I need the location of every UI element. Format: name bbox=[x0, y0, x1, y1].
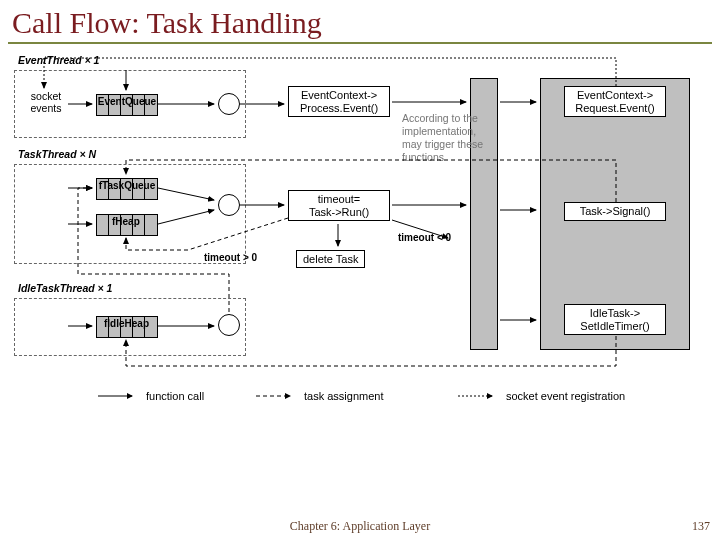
slide-title: Call Flow: Task Handling bbox=[8, 6, 712, 44]
task-thread-label: TaskThread × N bbox=[18, 148, 96, 160]
process-event-box: EventContext-> Process.Event() bbox=[288, 86, 390, 117]
timeout-run-box: timeout= Task->Run() bbox=[288, 190, 390, 221]
timeout-gt0-label: timeout > 0 bbox=[204, 252, 257, 263]
fheap-label: fHeap bbox=[112, 216, 140, 227]
footer-text: Chapter 6: Application Layer bbox=[0, 519, 720, 534]
task-loop-node bbox=[218, 194, 240, 216]
legend-task-assign-label: task assignment bbox=[304, 390, 383, 402]
event-queue-label: EventQueue bbox=[96, 96, 158, 107]
event-thread-label: EventThread × 1 bbox=[18, 54, 99, 66]
legend-socket-reg-label: socket event registration bbox=[506, 390, 625, 402]
idle-timer-box: IdleTask-> SetIdleTimer() bbox=[564, 304, 666, 335]
timeout-lt0-label: timeout < 0 bbox=[398, 232, 451, 243]
socket-events-label: socket events bbox=[24, 90, 68, 114]
legend-func-call-label: function call bbox=[146, 390, 204, 402]
legend-func-call: function call bbox=[98, 390, 204, 402]
idle-thread-label: IdleTaskThread × 1 bbox=[18, 282, 112, 294]
ftask-queue-label: fTaskQueue bbox=[96, 180, 158, 191]
delete-task-box: delete Task bbox=[296, 250, 365, 268]
diagram: EventThread × 1 socket events EventQueue… bbox=[8, 50, 708, 470]
request-event-box: EventContext-> Request.Event() bbox=[564, 86, 666, 117]
legend-task-assign: task assignment bbox=[256, 390, 383, 402]
fidle-heap-label: fIdleHeap bbox=[104, 318, 149, 329]
page-number: 137 bbox=[692, 519, 710, 534]
note-text: According to the implementation, may tri… bbox=[402, 112, 510, 165]
task-signal-box: Task->Signal() bbox=[564, 202, 666, 221]
idle-loop-node bbox=[218, 314, 240, 336]
event-loop-node bbox=[218, 93, 240, 115]
legend-socket-reg: socket event registration bbox=[458, 390, 625, 402]
